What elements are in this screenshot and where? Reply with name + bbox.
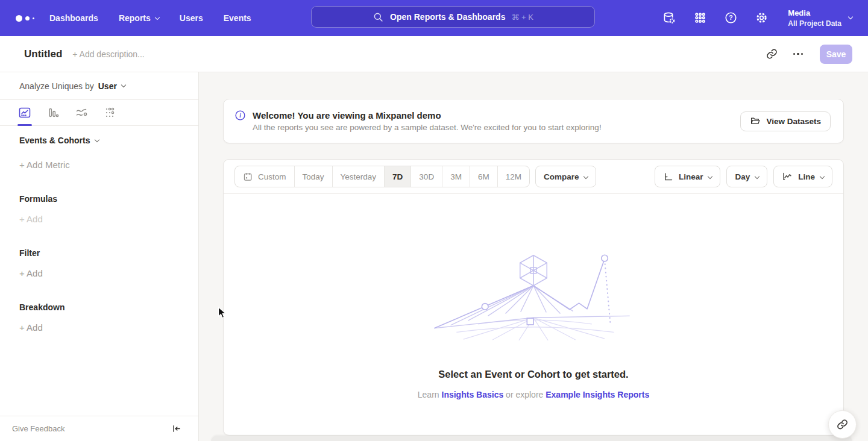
chevron-down-icon [755, 174, 760, 178]
apps-grid-icon[interactable] [692, 10, 708, 26]
range-label: 6M [478, 172, 489, 181]
tab-bar-chart[interactable] [46, 100, 60, 125]
empty-state-links: Learn Insights Basics or explore Example… [418, 390, 649, 399]
scale-dropdown[interactable]: Linear [655, 166, 721, 187]
view-datasets-label: View Datasets [766, 117, 821, 126]
breakdown-section: Breakdown + Add [19, 302, 179, 333]
more-menu-icon[interactable] [787, 43, 809, 65]
range-yesterday[interactable]: Yesterday [332, 166, 385, 187]
tab-retention[interactable] [103, 100, 116, 125]
mixpanel-logo[interactable] [16, 15, 42, 22]
nav-dashboards[interactable]: Dashboards [49, 13, 98, 23]
tab-insights-icon [18, 106, 31, 119]
empty-state: Select an Event or Cohort to get started… [224, 194, 843, 399]
filter-title: Filter [19, 248, 179, 258]
collapse-sidebar-icon[interactable] [171, 424, 181, 434]
range-3m[interactable]: 3M [442, 166, 470, 187]
search-shortcut: ⌘ + K [511, 13, 533, 22]
nav-users[interactable]: Users [180, 13, 203, 23]
view-datasets-button[interactable]: View Datasets [740, 111, 831, 131]
chevron-down-icon [583, 174, 588, 178]
tab-retention-icon [103, 106, 116, 119]
tab-flows[interactable] [75, 100, 88, 125]
project-switcher[interactable]: Media All Project Data [788, 8, 852, 28]
svg-text:?: ? [729, 14, 732, 22]
nav-label: Dashboards [49, 13, 98, 23]
data-management-icon[interactable] [661, 10, 677, 26]
chevron-down-icon [848, 14, 853, 19]
interval-label: Day [735, 172, 750, 181]
nav-label: Events [224, 13, 251, 23]
example-reports-link[interactable]: Example Insights Reports [546, 390, 649, 399]
nav-label: Reports [119, 13, 151, 23]
empty-state-illustration [419, 251, 648, 341]
range-label: Custom [258, 172, 286, 181]
add-formula-button[interactable]: + Add [19, 214, 179, 224]
help-icon[interactable]: ? [723, 10, 738, 26]
add-metric-button[interactable]: + Add Metric [19, 160, 179, 170]
copy-link-icon[interactable] [761, 43, 782, 65]
analyze-uniques-row: Analyze Uniques by User [0, 72, 198, 100]
add-filter-button[interactable]: + Add [19, 268, 179, 278]
logo-dot [25, 16, 30, 20]
global-search-input[interactable]: Open Reports & Dashboards ⌘ + K [311, 6, 595, 28]
report-title-bar: Untitled + Add description... Save [0, 36, 868, 72]
range-today[interactable]: Today [294, 166, 332, 187]
interval-dropdown[interactable]: Day [726, 166, 767, 187]
range-label: 12M [506, 172, 521, 181]
nav-reports[interactable]: Reports [119, 13, 159, 23]
insights-report-card: Custom Today Yesterday 7D 30D 3M 6M 12M … [223, 159, 844, 436]
empty-state-title: Select an Event or Cohort to get started… [438, 369, 628, 380]
nav-events[interactable]: Events [224, 13, 251, 23]
nav-label: Users [180, 13, 203, 23]
learn-prefix: Learn [418, 390, 439, 399]
query-builder-sidebar: Analyze Uniques by User [0, 72, 199, 441]
compare-dropdown[interactable]: Compare [535, 166, 597, 187]
range-label: 7D [392, 172, 403, 181]
range-30d[interactable]: 30D [410, 166, 442, 187]
range-7d[interactable]: 7D [384, 166, 410, 187]
events-cohorts-header[interactable]: Events & Cohorts [19, 136, 179, 145]
line-chart-icon [782, 171, 793, 182]
logo-dot [33, 17, 34, 19]
give-feedback-link[interactable]: Give Feedback [12, 424, 64, 433]
tab-insights[interactable] [18, 100, 31, 125]
chart-type-dropdown[interactable]: Line [773, 166, 832, 187]
chart-controls: Linear Day Line [655, 166, 832, 187]
events-cohorts-label: Events & Cohorts [19, 136, 90, 145]
date-range-segmented-control: Custom Today Yesterday 7D 30D 3M 6M 12M [234, 166, 530, 187]
analyze-label: Analyze Uniques by [19, 81, 94, 91]
svg-text:i: i [239, 113, 241, 119]
add-description-field[interactable]: + Add description... [72, 49, 144, 59]
visualization-tabs [0, 100, 198, 126]
range-12m[interactable]: 12M [497, 166, 529, 187]
analyze-by-dropdown[interactable]: User [98, 81, 125, 91]
add-breakdown-button[interactable]: + Add [19, 322, 179, 333]
settings-gear-icon[interactable] [753, 10, 769, 26]
title-bar-actions: Save [761, 43, 852, 65]
banner-subtitle: All the reports you see are powered by a… [253, 123, 602, 132]
range-label: 30D [419, 172, 434, 181]
tab-flows-icon [75, 106, 88, 119]
chevron-down-icon [708, 174, 712, 178]
chevron-down-icon [820, 174, 825, 178]
welcome-banner: i Welcome! You are viewing a Mixpanel de… [223, 99, 844, 143]
project-scope: All Project Data [788, 19, 841, 28]
chevron-down-icon [121, 83, 126, 87]
main-content: i Welcome! You are viewing a Mixpanel de… [199, 72, 868, 441]
logo-dot [16, 15, 22, 22]
report-title[interactable]: Untitled [24, 48, 62, 60]
search-placeholder: Open Reports & Dashboards [390, 12, 505, 22]
save-button[interactable]: Save [820, 45, 852, 64]
explore-text: or explore [506, 390, 543, 399]
insights-basics-link[interactable]: Insights Basics [442, 390, 504, 399]
range-label: 3M [450, 172, 462, 181]
analyze-value: User [98, 81, 117, 91]
scale-label: Linear [679, 172, 703, 181]
breakdown-title: Breakdown [19, 302, 179, 312]
range-custom[interactable]: Custom [235, 166, 294, 187]
banner-title: Welcome! You are viewing a Mixpanel demo [253, 110, 602, 120]
share-link-button[interactable] [828, 410, 857, 439]
range-6m[interactable]: 6M [470, 166, 497, 187]
project-name: Media [788, 8, 841, 19]
